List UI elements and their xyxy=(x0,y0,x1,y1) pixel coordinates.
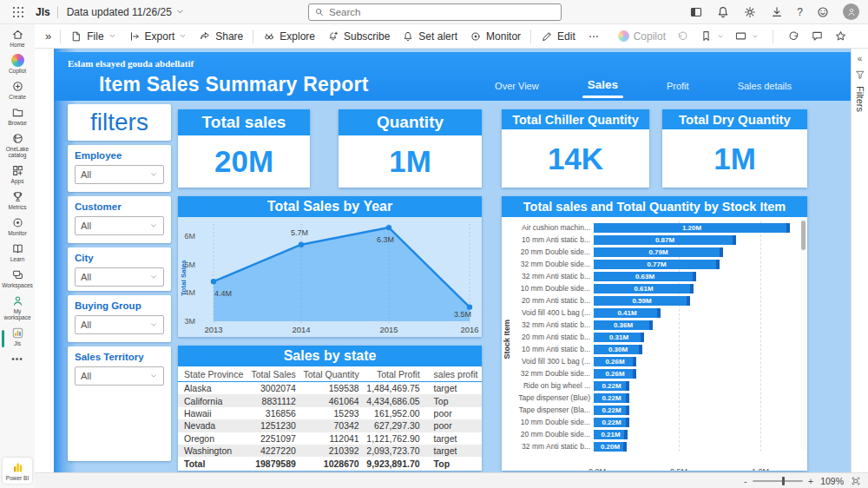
column-header-total-profit[interactable]: Total Profit xyxy=(363,366,424,382)
copilot-button[interactable]: Copilot xyxy=(618,30,666,43)
slicer-dropdown-employee[interactable]: All xyxy=(75,165,164,184)
sidebar-item-create[interactable]: Create xyxy=(0,76,35,102)
table-row[interactable]: Oregon22510971120411,121,762.90target xyxy=(178,432,482,445)
bar-20-mm-double-side[interactable]: 0.21M xyxy=(594,430,628,439)
bookmark-icon[interactable] xyxy=(700,30,713,43)
bar-tape-dispenser-bla[interactable]: 0.22M xyxy=(594,406,629,415)
side-panel-icon[interactable] xyxy=(689,5,703,19)
search-input[interactable] xyxy=(329,7,556,17)
data-point[interactable] xyxy=(211,279,216,284)
kpi-card-total-sales[interactable]: Total sales 20M xyxy=(178,109,310,188)
notifications-icon[interactable] xyxy=(716,5,730,19)
bar-20-mm-anti-static-b[interactable]: 0.31M xyxy=(594,333,644,342)
column-header-sales-profit[interactable]: sales profit xyxy=(424,366,482,382)
scrollbar-thumb[interactable] xyxy=(801,221,806,250)
line-chart[interactable]: 3M4M5M6M4.4M5.7M6.3M3.5M2013201420152016… xyxy=(178,217,482,337)
bar-20-mm-anti-static-b[interactable]: 0.59M xyxy=(594,296,690,306)
bar-tape-dispenser-blue[interactable]: 0.22M xyxy=(594,393,629,403)
app-name[interactable]: Jls xyxy=(36,6,50,18)
toolbar-button-subscribe[interactable]: Subscribe xyxy=(321,26,396,47)
zoom-slider[interactable] xyxy=(753,480,803,482)
bar-chart-scrollbar[interactable] xyxy=(800,219,806,450)
data-updated-dropdown[interactable]: Data updated 11/26/25 xyxy=(67,6,185,18)
bar-32-mm-anti-static-b[interactable]: 0.63M xyxy=(594,272,696,281)
zoom-in-button[interactable]: + xyxy=(808,476,813,486)
view-icon[interactable] xyxy=(734,30,747,43)
column-header-state-province[interactable]: State Province xyxy=(178,366,247,382)
bar-10-mm-double-side[interactable]: 0.61M xyxy=(594,284,694,293)
table-row[interactable]: Alaska30020741595381,484,469.75target xyxy=(178,382,482,395)
bar-10-mm-anti-static-b[interactable]: 0.30M xyxy=(594,345,642,354)
search-box[interactable] xyxy=(308,3,562,21)
bar-void-fill-300-l-bag[interactable]: 0.26M xyxy=(594,357,636,366)
column-header-total-quantity[interactable]: Total Quantity xyxy=(299,366,363,382)
table-row[interactable]: Hawaii31685615293161,952.00poor xyxy=(178,407,482,419)
feedback-icon[interactable] xyxy=(816,5,830,19)
bar-32-mm-anti-static-b[interactable]: 0.20M xyxy=(594,442,627,452)
sidebar-item-copilot[interactable]: Copilot xyxy=(0,50,35,76)
kpi-card-quantity[interactable]: Quantity 1M xyxy=(339,109,482,188)
sidebar-more-button[interactable]: ••• xyxy=(0,349,35,366)
table-row[interactable]: Nevada125123070342627,297.30poor xyxy=(178,419,482,432)
expand-filters-icon[interactable]: « xyxy=(858,54,863,63)
power-bi-switcher[interactable]: Power BI xyxy=(3,458,32,484)
bar-32-mm-double-side[interactable]: 0.77M xyxy=(594,260,720,269)
comment-icon[interactable] xyxy=(811,30,824,43)
bar-20-mm-double-side[interactable]: 0.79M xyxy=(594,247,723,257)
toolbar-button-edit[interactable]: Edit xyxy=(535,26,582,47)
bar-32-mm-double-side[interactable]: 0.26M xyxy=(594,369,636,379)
chevron-down-icon[interactable] xyxy=(717,33,724,40)
sidebar-item-onelake-catalog[interactable]: OneLake catalog xyxy=(0,129,35,161)
favorite-star-icon[interactable] xyxy=(834,30,847,43)
toolbar-button-explore[interactable]: Explore xyxy=(257,26,321,47)
settings-icon[interactable] xyxy=(743,5,757,19)
bar-10-mm-double-side[interactable]: 0.22M xyxy=(594,418,629,427)
help-icon[interactable]: ? xyxy=(797,6,803,18)
toolbar-button-share[interactable]: Share xyxy=(193,26,249,47)
data-point[interactable] xyxy=(299,242,304,247)
bar-ride-on-big-wheel[interactable]: 0.22M xyxy=(594,381,629,391)
toolbar-button-set-alert[interactable]: Set alert xyxy=(396,26,464,47)
sidebar-item-metrics[interactable]: Metrics xyxy=(0,187,35,213)
sidebar-item-browse[interactable]: Browse xyxy=(0,102,35,129)
bar-10-mm-anti-static-b[interactable]: 0.87M xyxy=(594,235,736,245)
bar-void-fill-400-l-bag[interactable]: 0.41M xyxy=(594,308,661,318)
collapse-toolbar-button[interactable]: » xyxy=(40,30,56,43)
filter-funnel-icon[interactable] xyxy=(855,69,865,80)
zoom-slider-thumb[interactable] xyxy=(782,477,785,485)
tab-sales[interactable]: Sales xyxy=(588,78,618,98)
kpi-card-total-chiller-quantity[interactable]: Total Chiller Quantity 14K xyxy=(502,109,649,188)
download-icon[interactable] xyxy=(770,5,784,19)
column-header-total-sales[interactable]: Total Sales xyxy=(247,366,299,382)
toolbar-more-button[interactable] xyxy=(582,26,606,47)
slicer-dropdown-customer[interactable]: All xyxy=(75,216,164,235)
chevron-down-icon[interactable] xyxy=(752,33,759,40)
bar-air-cushion-machin[interactable]: 1.20M xyxy=(594,223,790,233)
waffle-menu-icon[interactable] xyxy=(0,5,36,19)
data-point[interactable] xyxy=(386,225,391,230)
table-row[interactable]: California88311124610644,434,686.05Top xyxy=(178,394,482,406)
tab-profit[interactable]: Profit xyxy=(667,81,689,98)
tab-over-view[interactable]: Over View xyxy=(495,81,539,98)
slicer-dropdown-city[interactable]: All xyxy=(75,267,164,287)
kpi-card-total-dry-quantity[interactable]: Total Dry Quantity 1M xyxy=(662,109,807,188)
sidebar-item-home[interactable]: Home xyxy=(0,24,35,50)
sidebar-item-learn[interactable]: Learn xyxy=(0,239,35,265)
fit-to-page-icon[interactable] xyxy=(851,476,861,486)
table-row[interactable]: Washington42272202103922,093,723.70targe… xyxy=(178,445,482,457)
bar-32-mm-anti-static-b[interactable]: 0.36M xyxy=(594,320,653,330)
sidebar-item-apps[interactable]: Apps xyxy=(0,161,35,187)
sidebar-item-monitor[interactable]: Monitor xyxy=(0,213,35,239)
refresh-icon[interactable] xyxy=(787,30,800,43)
sidebar-item-jls[interactable]: Jls xyxy=(0,323,35,349)
account-avatar[interactable] xyxy=(843,3,859,20)
sidebar-item-my-workspace[interactable]: My workspace xyxy=(0,291,35,323)
toolbar-button-monitor[interactable]: Monitor xyxy=(464,26,527,47)
toolbar-button-export[interactable]: Export xyxy=(122,26,194,47)
undo-icon[interactable] xyxy=(676,30,689,43)
toolbar-button-file[interactable]: File xyxy=(64,26,122,47)
tab-sales-details[interactable]: Sales details xyxy=(738,81,792,98)
filters-pane-label[interactable]: Filters xyxy=(855,86,865,112)
sidebar-item-workspaces[interactable]: Workspaces xyxy=(0,265,35,291)
zoom-out-button[interactable]: - xyxy=(744,476,747,486)
